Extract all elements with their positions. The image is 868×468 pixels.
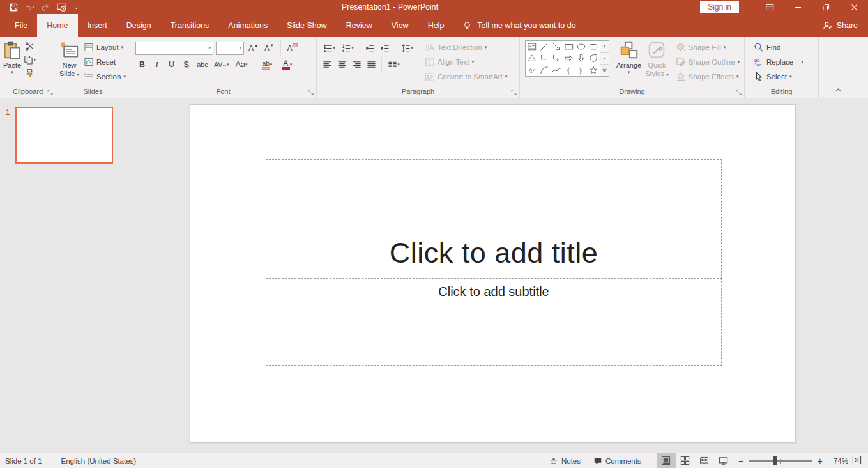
zoom-level[interactable]: 74%	[828, 457, 848, 465]
notes-button[interactable]: Notes	[543, 453, 587, 468]
slide-sorter-view-button[interactable]	[676, 453, 695, 468]
text-highlight-color-button[interactable]: ab▾	[257, 58, 277, 72]
font-size-combo[interactable]: ▾	[216, 42, 244, 55]
oval-shape[interactable]	[575, 41, 587, 52]
close-button[interactable]	[840, 0, 868, 14]
undo-icon[interactable]: ▾	[25, 3, 34, 12]
tab-help[interactable]: Help	[418, 14, 454, 37]
zoom-slider-thumb[interactable]	[773, 456, 777, 465]
cut-button[interactable]	[23, 40, 36, 53]
tab-slide-show[interactable]: Slide Show	[277, 14, 337, 37]
language-indicator[interactable]: English (United States)	[61, 457, 137, 465]
down-arrow-shape[interactable]	[575, 52, 587, 64]
bold-button[interactable]: B	[135, 58, 149, 72]
fit-slide-to-window-button[interactable]	[848, 455, 868, 466]
align-right-button[interactable]	[350, 58, 363, 72]
font-dialog-launcher-icon[interactable]	[307, 89, 314, 96]
save-icon[interactable]	[9, 3, 19, 12]
tell-me-box[interactable]: Tell me what you want to do	[462, 14, 575, 37]
left-brace-shape[interactable]: {	[563, 65, 575, 76]
align-left-button[interactable]	[321, 58, 334, 72]
select-button[interactable]: Select▾	[751, 69, 806, 84]
slide-indicator[interactable]: Slide 1 of 1	[5, 457, 42, 465]
underline-button[interactable]: U	[165, 58, 178, 72]
tab-view[interactable]: View	[382, 14, 418, 37]
decrease-font-size-button[interactable]: A▼	[263, 42, 276, 55]
line-spacing-button[interactable]: ▾	[399, 42, 416, 55]
zoom-slider[interactable]	[749, 456, 812, 465]
gallery-scroll-down-button[interactable]	[600, 52, 609, 65]
clear-formatting-button[interactable]: A	[286, 42, 299, 55]
font-name-combo[interactable]: ▾	[135, 42, 213, 55]
tab-file[interactable]: File	[5, 14, 37, 37]
curve-shape[interactable]	[551, 65, 563, 76]
rectangle-shape[interactable]	[563, 41, 575, 52]
find-button[interactable]: Find	[751, 40, 806, 54]
star-shape[interactable]	[588, 65, 600, 76]
right-brace-shape[interactable]: }	[575, 65, 587, 76]
strikethrough-button[interactable]: abc	[194, 58, 211, 72]
comments-button[interactable]: Comments	[587, 453, 648, 468]
bullets-button[interactable]: ▾	[321, 42, 338, 55]
tab-review[interactable]: Review	[337, 14, 382, 37]
teardrop-shape[interactable]	[588, 52, 600, 64]
ribbon-display-options-button[interactable]	[756, 0, 784, 14]
reading-view-button[interactable]	[695, 453, 714, 468]
title-placeholder[interactable]: Click to add title	[266, 159, 722, 279]
arc-shape[interactable]	[538, 65, 550, 76]
rounded-rectangle-shape[interactable]	[588, 41, 600, 52]
convert-to-smartart-button[interactable]: Convert to SmartArt▾	[422, 69, 510, 84]
text-direction-button[interactable]: Text Direction▾	[422, 40, 510, 54]
scribble-shape[interactable]	[526, 65, 538, 76]
subtitle-placeholder[interactable]: Click to add subtitle	[266, 278, 722, 366]
collapse-ribbon-icon[interactable]	[834, 86, 842, 94]
slide-thumbnail[interactable]	[15, 107, 113, 164]
sign-in-button[interactable]: Sign in	[700, 1, 739, 13]
restore-button[interactable]	[812, 0, 840, 14]
tab-animations[interactable]: Animations	[218, 14, 277, 37]
shape-fill-button[interactable]: Shape Fill▾	[673, 40, 742, 54]
italic-button[interactable]: I	[150, 58, 164, 72]
paste-button[interactable]: Paste ▾	[1, 38, 23, 86]
replace-button[interactable]: abacReplace▾	[751, 54, 806, 69]
columns-button[interactable]: ▾	[385, 58, 402, 72]
zoom-in-button[interactable]: +	[818, 458, 823, 464]
shape-effects-button[interactable]: Shape Effects▾	[673, 69, 742, 84]
clipboard-dialog-launcher-icon[interactable]	[47, 89, 54, 96]
tab-design[interactable]: Design	[117, 14, 161, 37]
character-spacing-button[interactable]: AV↔▾	[212, 58, 231, 72]
change-case-button[interactable]: Aa▾	[232, 58, 250, 72]
customize-quick-access-toolbar-icon[interactable]	[73, 4, 80, 11]
format-painter-button[interactable]	[23, 66, 36, 80]
numbering-button[interactable]: ▾	[339, 42, 356, 55]
slide-show-button[interactable]	[714, 453, 733, 468]
line-shape[interactable]	[538, 41, 550, 52]
tab-home[interactable]: Home	[37, 14, 77, 37]
tab-insert[interactable]: Insert	[78, 14, 117, 37]
quick-styles-button[interactable]: Quick Styles ▾	[643, 38, 671, 86]
decrease-indent-button[interactable]	[363, 42, 377, 55]
tab-transitions[interactable]: Transitions	[161, 14, 219, 37]
shape-outline-button[interactable]: Shape Outline▾	[673, 54, 742, 69]
minimize-button[interactable]	[784, 0, 812, 14]
triangle-shape[interactable]	[526, 52, 538, 64]
elbow-connector-shape[interactable]	[538, 52, 550, 64]
reset-button[interactable]: Reset	[81, 54, 128, 69]
redo-icon[interactable]	[41, 3, 50, 12]
paragraph-dialog-launcher-icon[interactable]	[510, 89, 517, 96]
gallery-more-button[interactable]	[600, 65, 609, 76]
font-color-button[interactable]: A▾	[278, 58, 296, 72]
increase-font-size-button[interactable]: A▲	[247, 42, 260, 55]
right-arrow-shape[interactable]	[563, 52, 575, 64]
align-text-button[interactable]: Align Text▾	[422, 54, 510, 69]
justify-button[interactable]	[365, 58, 378, 72]
zoom-out-button[interactable]: −	[738, 458, 743, 464]
copy-button[interactable]: ▾	[23, 53, 36, 66]
normal-view-button[interactable]	[657, 453, 676, 468]
align-center-button[interactable]	[335, 58, 349, 72]
slide-editor[interactable]: Click to add title Click to add subtitle	[190, 104, 796, 443]
section-button[interactable]: Section▾	[81, 69, 128, 84]
gallery-scroll-up-button[interactable]	[600, 41, 609, 52]
new-slide-button[interactable]: New Slide ▾	[57, 38, 81, 86]
arrange-button[interactable]: Arrange ▾	[614, 38, 643, 86]
